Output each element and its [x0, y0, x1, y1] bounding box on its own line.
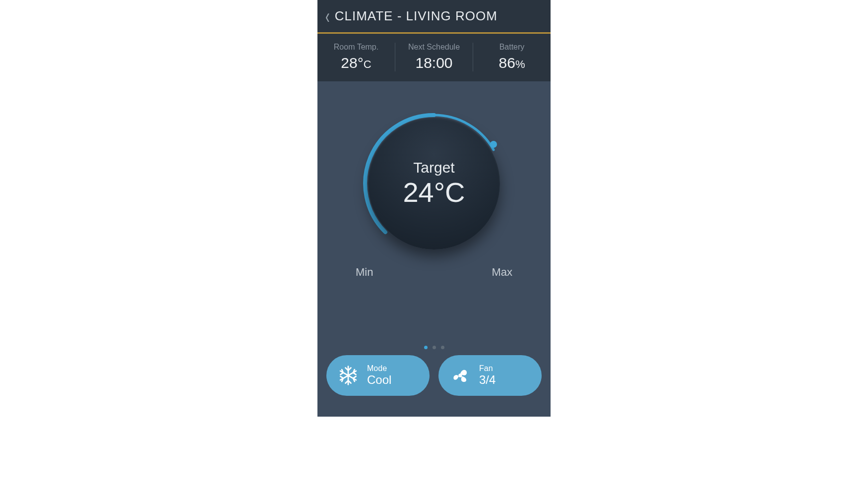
page-dot[interactable]	[433, 346, 436, 349]
stat-label: Next Schedule	[408, 43, 460, 52]
target-label: Target	[413, 159, 454, 176]
fan-label: Fan	[479, 364, 496, 373]
stat-value: 18:00	[415, 55, 452, 71]
target-value: 24°C	[403, 176, 465, 208]
header-bar: ‹ CLIMATE - LIVING ROOM	[317, 0, 551, 34]
stat-label: Room Temp.	[334, 43, 378, 52]
fan-icon	[449, 365, 471, 386]
mode-value: Cool	[367, 373, 391, 387]
stat-battery: Battery 86%	[473, 43, 551, 71]
page-title: CLIMATE - LIVING ROOM	[335, 8, 497, 24]
stat-next-schedule: Next Schedule 18:00	[395, 43, 473, 71]
dial-area: Target 24°C Min Max	[317, 81, 551, 355]
stat-room-temp: Room Temp. 28°C	[317, 43, 395, 71]
stats-bar: Room Temp. 28°C Next Schedule 18:00 Batt…	[317, 34, 551, 81]
back-icon[interactable]: ‹	[325, 6, 330, 27]
snowflake-icon	[337, 365, 359, 386]
dial-knob[interactable]: Target 24°C	[368, 118, 500, 249]
stat-label: Battery	[499, 43, 525, 52]
fan-button[interactable]: Fan 3/4	[438, 355, 542, 396]
page-dot[interactable]	[441, 346, 444, 349]
mode-label: Mode	[367, 364, 391, 373]
fan-value: 3/4	[479, 373, 496, 387]
stat-value: 86%	[499, 55, 525, 71]
climate-screen: ‹ CLIMATE - LIVING ROOM Room Temp. 28°C …	[317, 0, 551, 417]
temperature-dial[interactable]: Target 24°C	[350, 99, 518, 268]
mode-button[interactable]: Mode Cool	[326, 355, 430, 396]
page-indicator	[317, 346, 551, 349]
stat-value: 28°C	[341, 55, 371, 71]
dial-indicator[interactable]	[490, 141, 497, 148]
page-dot[interactable]	[424, 346, 428, 349]
control-buttons: Mode Cool Fan 3/4	[317, 355, 551, 417]
